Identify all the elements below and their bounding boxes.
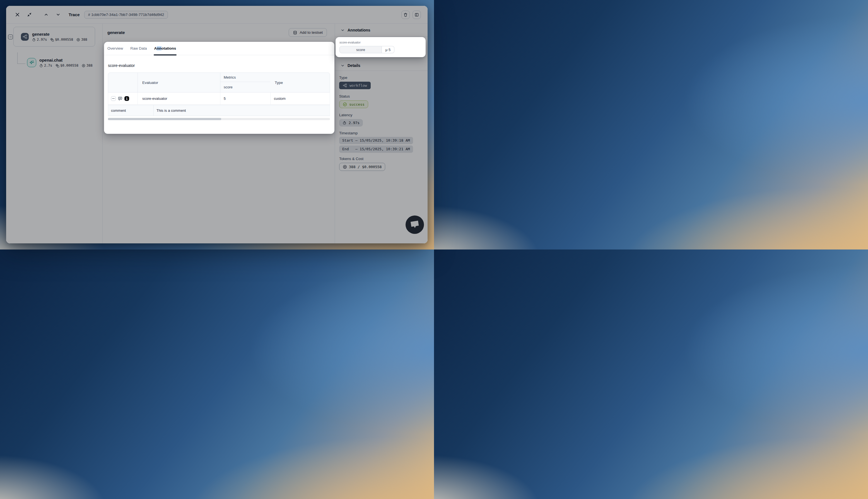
span-detail-panel: generate Add to testset Overview Raw Dat… bbox=[103, 24, 335, 243]
score-metric-button[interactable]: score bbox=[339, 46, 382, 53]
tab-overview[interactable]: Overview bbox=[107, 42, 123, 55]
sparkles-icon bbox=[27, 58, 36, 67]
comment-row: comment This is a comment bbox=[108, 105, 330, 116]
table-row: 1 score-evaluator 5 custom bbox=[108, 93, 330, 105]
type-label: Type bbox=[339, 75, 425, 80]
tree-node-generate[interactable]: generate 2.97s $0.000558 388 bbox=[13, 27, 95, 47]
cost-meta: $0.000558 bbox=[56, 63, 79, 68]
delete-trace-button[interactable] bbox=[401, 11, 410, 19]
text-selection: nn bbox=[157, 46, 161, 50]
tokens-meta: 388 bbox=[82, 63, 93, 68]
row-collapse-checkbox[interactable] bbox=[111, 96, 116, 101]
tokens-cost-label: Tokens & Cost bbox=[339, 157, 425, 161]
circle-check-icon bbox=[343, 102, 347, 107]
active-tab-underline bbox=[154, 54, 177, 56]
toggle-sidebar-button[interactable] bbox=[412, 11, 421, 19]
header-metric-score: score bbox=[220, 82, 270, 92]
tokens-meta: 388 bbox=[76, 38, 87, 41]
cell-type: custom bbox=[270, 93, 330, 105]
comment-icon[interactable] bbox=[118, 96, 122, 101]
chevron-down-icon bbox=[341, 64, 345, 68]
node-meta: 2.7s $0.000558 388 bbox=[39, 63, 93, 68]
page-title: Trace bbox=[69, 12, 80, 17]
latency-label: Latency bbox=[339, 113, 425, 117]
annotations-table: Evaluator Metrics score Type 1 bbox=[108, 72, 330, 120]
annotations-section-header[interactable]: Annotations bbox=[341, 28, 370, 32]
workflow-icon bbox=[343, 83, 347, 87]
collapse-all-button[interactable] bbox=[25, 10, 34, 19]
node-title: openai.chat bbox=[39, 58, 93, 62]
node-text: openai.chat 2.7s $0.000558 388 bbox=[39, 58, 93, 68]
details-body: Type workflow Status success Latency 2.9… bbox=[339, 75, 425, 171]
timestamp-label: Timestamp bbox=[339, 131, 425, 135]
coins-icon bbox=[50, 38, 54, 41]
annotation-count-badge: 1 bbox=[124, 96, 129, 101]
trace-drawer: Trace # 1cbb70e7-34a1-7bb7-3498-771b7d46… bbox=[6, 6, 427, 243]
minus-icon bbox=[112, 98, 114, 99]
add-to-testset-button[interactable]: Add to testset bbox=[289, 28, 327, 37]
next-span-button[interactable] bbox=[53, 10, 62, 19]
header-evaluator: Evaluator bbox=[137, 73, 220, 92]
workflow-icon bbox=[21, 33, 29, 41]
horizontal-scrollbar[interactable] bbox=[108, 118, 330, 120]
header-controls-cell bbox=[108, 73, 137, 92]
chevron-up-icon bbox=[44, 13, 48, 17]
trace-content: generate 2.97s $0.000558 388 bbox=[6, 24, 427, 243]
scrollbar-thumb[interactable] bbox=[108, 118, 221, 120]
plus-circle-icon bbox=[82, 64, 85, 68]
annotations-tab-card: Overview Raw Data Annotations score-eval… bbox=[104, 42, 335, 134]
table-header: Evaluator Metrics score Type bbox=[108, 72, 330, 93]
score-input-group: score μ 5 bbox=[339, 46, 394, 53]
trash-icon bbox=[403, 13, 408, 17]
chevron-down-icon bbox=[56, 13, 60, 17]
tab-raw-data[interactable]: Raw Data bbox=[130, 42, 147, 55]
plus-circle-icon bbox=[343, 165, 347, 169]
type-badge: workflow bbox=[339, 82, 371, 89]
minus-icon bbox=[10, 37, 12, 37]
trace-id-chip[interactable]: # 1cbb70e7-34a1-7bb7-3498-771b7d46d942 bbox=[84, 11, 168, 19]
status-label: Status bbox=[339, 94, 425, 98]
header-metrics-label: Metrics bbox=[220, 73, 270, 82]
close-icon bbox=[15, 12, 20, 17]
prev-span-button[interactable] bbox=[41, 10, 50, 19]
annotation-evaluator-label: score-evaluator bbox=[339, 41, 422, 44]
stopwatch-icon bbox=[32, 38, 36, 41]
tokens-cost-badge: 388 / $0.000558 bbox=[339, 163, 385, 171]
stopwatch-icon bbox=[39, 64, 43, 68]
tree-connector-line bbox=[17, 52, 25, 64]
span-tree-panel: generate 2.97s $0.000558 388 bbox=[6, 24, 103, 243]
node-meta: 2.97s $0.000558 388 bbox=[32, 38, 87, 41]
tab-annotations[interactable]: Annotations bbox=[154, 42, 176, 55]
timestamp-end: End – 15/05/2025, 10:39:21 AM bbox=[339, 146, 413, 153]
panel-layout-icon bbox=[414, 13, 419, 17]
details-sidebar: Annotations score-evaluator score μ 5 De… bbox=[335, 24, 427, 243]
coins-icon bbox=[56, 64, 59, 68]
tree-node-openai-chat[interactable]: openai.chat 2.7s $0.000558 388 bbox=[27, 58, 93, 68]
score-mean-value: μ 5 bbox=[382, 46, 394, 53]
comment-label: comment bbox=[108, 105, 153, 116]
latency-meta: 2.97s bbox=[32, 38, 47, 41]
close-button[interactable] bbox=[13, 10, 22, 19]
timestamp-start: Start – 15/05/2025, 10:39:18 AM bbox=[339, 137, 413, 144]
collapse-inward-icon bbox=[27, 12, 32, 17]
annotation-score-card: score-evaluator score μ 5 bbox=[336, 37, 426, 57]
details-section-header[interactable]: Details bbox=[341, 63, 360, 68]
row-controls: 1 bbox=[108, 93, 137, 105]
span-title: generate bbox=[107, 30, 125, 35]
latency-badge: 2.97s bbox=[339, 119, 363, 126]
node-text: generate 2.97s $0.000558 388 bbox=[32, 32, 87, 41]
topbar-actions bbox=[401, 11, 421, 19]
header-metrics: Metrics score bbox=[220, 73, 270, 92]
stopwatch-icon bbox=[342, 121, 347, 125]
trace-topbar: Trace # 1cbb70e7-34a1-7bb7-3498-771b7d46… bbox=[6, 6, 427, 24]
status-badge: success bbox=[339, 100, 368, 108]
annotations-tab-body: score-evaluator Evaluator Metrics score … bbox=[104, 63, 335, 120]
cell-evaluator: score-evaluator bbox=[137, 93, 220, 105]
chat-bubble-icon bbox=[410, 220, 420, 230]
node-title: generate bbox=[32, 32, 87, 37]
chat-launcher-button[interactable] bbox=[406, 216, 424, 234]
tree-collapse-toggle[interactable] bbox=[8, 35, 13, 39]
span-tabs: Overview Raw Data Annotations bbox=[104, 42, 335, 55]
database-icon bbox=[293, 31, 297, 35]
chevron-down-icon bbox=[341, 28, 345, 32]
